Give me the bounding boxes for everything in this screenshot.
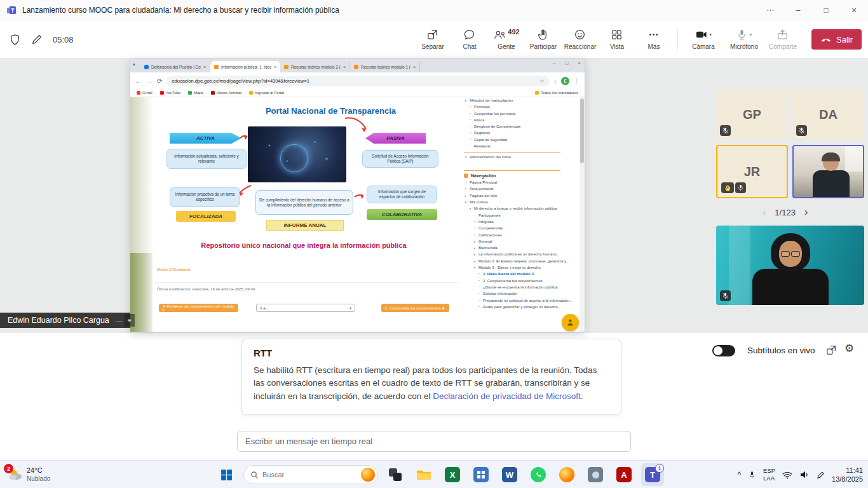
browser-minimize-icon[interactable] <box>553 60 555 66</box>
prev-activity-button[interactable]: ◄ Fortalece tus conocimientos del módulo… <box>159 304 238 312</box>
participant-tile-jr[interactable]: JR <box>716 145 788 198</box>
bookmark-item[interactable]: Gmail <box>137 91 153 95</box>
nav-tree-item[interactable]: Mis cursos <box>464 200 580 205</box>
language-indicator[interactable]: ESP LAA <box>763 467 775 482</box>
firefox-button[interactable] <box>555 463 578 486</box>
live-captions-toggle[interactable] <box>712 345 735 356</box>
admin-tree-item[interactable]: Copia de seguridad <box>464 138 580 143</box>
weather-widget[interactable]: 2 24°C Nublado <box>3 463 55 486</box>
admin-tree-item[interactable]: Filtros <box>464 118 580 123</box>
tab-close-icon[interactable] <box>203 65 206 69</box>
mic-in-use-icon[interactable] <box>748 470 756 480</box>
browser-maximize-icon[interactable] <box>565 60 568 66</box>
scrollbar-thumb[interactable] <box>580 98 584 163</box>
back-icon[interactable] <box>135 78 142 85</box>
jump-to-select[interactable]: Ir a... <box>256 304 355 312</box>
start-button[interactable] <box>215 463 238 486</box>
hidden-icons-chevron[interactable] <box>737 470 741 479</box>
nav-tree-item[interactable]: Mi derecho a buscar y recibir informació… <box>464 207 580 212</box>
admin-tree-item[interactable]: Métodos de matriculación <box>464 98 580 104</box>
volume-icon[interactable] <box>799 470 810 479</box>
nav-tree-item[interactable]: Calificaciones <box>464 233 580 238</box>
nav-tree-item[interactable]: Área personal <box>464 187 580 192</box>
view-button[interactable]: Vista <box>599 29 635 50</box>
nav-tree-item[interactable]: Insignias <box>464 220 580 225</box>
bookmark-item[interactable]: Maps <box>188 91 203 95</box>
window-minimize-icon[interactable] <box>784 0 812 20</box>
all-bookmarks-button[interactable]: Todos los marcadores <box>535 91 578 95</box>
browser-tab[interactable]: Recurso teórico módulo 1 (1)... <box>350 61 420 72</box>
pager-next-icon[interactable] <box>804 207 808 218</box>
nav-tree-item[interactable]: Preparando mi solicitud de acceso a la i… <box>464 299 580 304</box>
browser-tab[interactable]: Recurso teórico módulo 2 (1)... <box>280 61 350 72</box>
pen-icon[interactable] <box>31 34 43 45</box>
nav-tree-item[interactable]: Participantes <box>464 214 580 219</box>
nav-tree-item[interactable]: Módulo 2: El Estado respeta, promueve, g… <box>464 259 580 264</box>
people-button[interactable]: 492 Gente <box>488 29 525 50</box>
tab-search-icon[interactable] <box>133 62 135 67</box>
nav-tree-item[interactable]: Página Principal <box>464 180 580 186</box>
pen-tray-icon[interactable] <box>817 471 825 479</box>
leave-button[interactable]: Salir <box>811 29 862 50</box>
nav-tree-item[interactable]: 1. Ideas fuerza del módulo 3 <box>464 272 580 277</box>
camera-dropdown-icon[interactable] <box>709 32 712 37</box>
window-maximize-icon[interactable] <box>812 0 840 20</box>
bookmark-star-icon[interactable] <box>539 78 544 84</box>
microphone-dropdown-icon[interactable] <box>749 32 752 37</box>
admin-tree-item[interactable]: Comprobar los permisos <box>464 112 580 117</box>
admin-tree-item[interactable]: Desglose de Competencias <box>464 125 580 130</box>
pager-prev-icon[interactable] <box>763 207 766 218</box>
tab-close-icon[interactable] <box>274 65 276 69</box>
nav-tree-item[interactable]: Competencias <box>464 226 580 231</box>
whatsapp-button[interactable] <box>527 463 550 486</box>
raise-hand-button[interactable]: Participar <box>525 29 562 50</box>
share-button[interactable]: Comparte <box>764 29 801 50</box>
participant-tile-da[interactable]: DA <box>792 89 864 140</box>
nav-tree-item[interactable]: La información pública es un derecho hum… <box>464 252 580 257</box>
task-view-button[interactable] <box>384 463 407 486</box>
profile-avatar[interactable]: E <box>561 77 569 85</box>
word-button[interactable]: W <box>498 463 521 486</box>
nav-tree-item[interactable]: General <box>464 240 580 245</box>
module-tag[interactable]: Módulo 3 Ciudadanía <box>157 268 190 271</box>
admin-tree-item[interactable]: Permisos <box>464 105 580 110</box>
react-button[interactable]: Reaccionar <box>562 29 599 50</box>
nav-tree-item[interactable]: Módulo 3 - Ejerce y exige tu derecho <box>464 266 580 271</box>
taskbar-search[interactable] <box>243 465 378 484</box>
more-actions-button[interactable]: Más <box>635 29 672 50</box>
label-drag-handle[interactable] <box>125 314 135 327</box>
next-activity-button[interactable]: 2. Comprueba tus conocimientos ► <box>381 304 449 312</box>
browser-menu-icon[interactable] <box>574 78 580 84</box>
bookmark-item[interactable]: YouTube <box>160 91 181 95</box>
camera-button[interactable]: Cámara <box>683 29 724 50</box>
captions-popout-icon[interactable] <box>825 344 837 358</box>
excel-button[interactable]: X <box>441 463 464 486</box>
reload-icon[interactable] <box>157 78 162 85</box>
nav-tree-item[interactable]: Solicitar información <box>464 292 580 297</box>
chat-button[interactable]: Chat <box>451 29 488 50</box>
nav-tree-item[interactable]: Bienvenida <box>464 246 580 251</box>
app-button[interactable] <box>584 463 607 486</box>
window-more-icon[interactable] <box>756 0 784 20</box>
file-explorer-button[interactable] <box>412 463 435 486</box>
teams-button[interactable]: T 1 <box>641 463 664 486</box>
download-icon[interactable] <box>554 78 557 84</box>
admin-tree-item[interactable]: Registros <box>464 131 580 136</box>
breakout-button[interactable]: Separar <box>414 29 451 50</box>
participant-tile-gp[interactable]: GP <box>716 89 788 140</box>
microphone-button[interactable]: Micrófono <box>724 29 764 50</box>
search-input[interactable] <box>262 471 357 478</box>
tab-close-icon[interactable] <box>413 65 416 69</box>
browser-tab[interactable]: Defensoría del Pueblo | Ecuado... <box>140 61 210 72</box>
nav-tree-item[interactable]: Rutas para garantizar y proteger mi dere… <box>464 305 580 310</box>
nav-tree-item[interactable]: Páginas del sitio <box>464 194 580 199</box>
captions-settings-icon[interactable] <box>844 342 854 355</box>
nav-tree-item[interactable]: ¿Dónde se encuentra la información públi… <box>464 285 580 290</box>
participant-tile-video[interactable] <box>792 145 864 198</box>
forward-icon[interactable] <box>146 78 153 85</box>
floating-widget-button[interactable] <box>562 314 579 331</box>
page-scrollbar[interactable] <box>580 97 585 332</box>
rtt-message-input[interactable] <box>237 431 631 452</box>
bookmark-item[interactable]: Ingresar al Portal <box>249 91 284 95</box>
browser-close-icon[interactable] <box>578 60 581 66</box>
